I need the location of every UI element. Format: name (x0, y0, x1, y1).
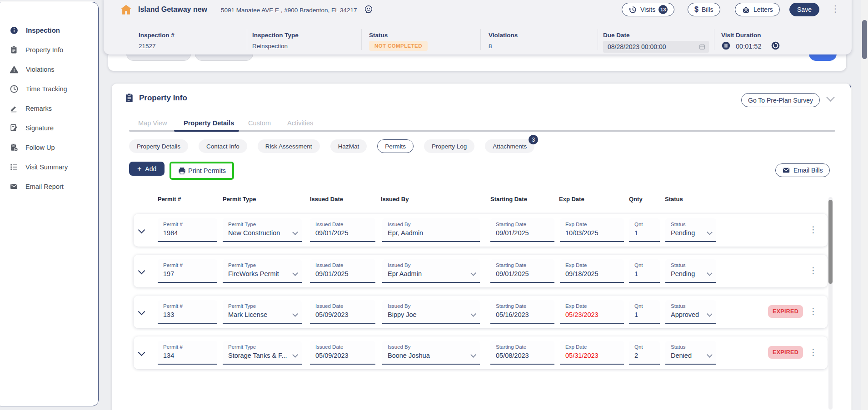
inspection-number-value: 21527 (139, 43, 156, 49)
field-permit[interactable]: Permit #134 (158, 341, 217, 365)
sidebar-item-violations[interactable]: Violations (0, 59, 98, 79)
pause-timer-button[interactable] (721, 41, 731, 52)
tab-activities[interactable]: Activities (287, 119, 313, 127)
waze-icon[interactable] (364, 5, 374, 15)
sidebar-item-inspection[interactable]: Inspection (0, 20, 98, 40)
field-qnt[interactable]: Qnt2 (629, 341, 660, 365)
collapse-card-button[interactable] (828, 94, 833, 102)
chip-permits[interactable]: Permits (377, 139, 414, 153)
sidebar-item-property-info[interactable]: Property Info (0, 40, 98, 59)
save-button[interactable]: Save (789, 3, 819, 16)
field-label: Permit Type (228, 303, 297, 309)
field-starting-date[interactable]: Starting Date09/01/2025 (490, 259, 554, 283)
field-value: 1 (634, 270, 655, 277)
permit-row: Permit #134Permit TypeStorage Tanks & F.… (134, 336, 828, 369)
field-value: Epr Aadmin (388, 270, 475, 277)
email-bills-button[interactable]: Email Bills (775, 163, 830, 177)
field-exp-date[interactable]: Exp Date05/31/2023 (560, 341, 624, 365)
column-header-issued-date: Issued Date (310, 196, 343, 203)
tab-property-details[interactable]: Property Details (184, 119, 234, 127)
row-menu-button[interactable]: ⋮ (809, 346, 818, 359)
letters-button[interactable]: Letters (735, 3, 780, 16)
field-exp-date[interactable]: Exp Date09/18/2025 (560, 259, 624, 283)
field-permit[interactable]: Permit #197 (158, 259, 217, 283)
field-starting-date[interactable]: Starting Date05/16/2023 (490, 300, 554, 324)
chip-hazmat[interactable]: HazMat (330, 139, 367, 153)
field-label: Issued By (388, 344, 475, 350)
tab-map-view[interactable]: Map View (138, 119, 167, 127)
tab-custom[interactable]: Custom (248, 119, 271, 127)
field-qnt[interactable]: Qnt1 (629, 259, 660, 283)
print-permits-label: Print Permits (188, 167, 226, 174)
field-value: Pending (671, 229, 712, 237)
print-permits-button[interactable]: Print Permits (171, 163, 232, 178)
field-status[interactable]: StatusApproved (665, 300, 716, 324)
expand-row-button[interactable] (139, 350, 144, 356)
field-status[interactable]: StatusPending (665, 218, 716, 242)
pause-icon (721, 41, 731, 50)
field-label: Status (671, 344, 712, 350)
field-permit-type[interactable]: Permit TypeMark License (223, 300, 302, 324)
due-date-input[interactable]: 08/28/2023 00:00:00 (603, 41, 709, 53)
sidebar-item-email-report[interactable]: Email Report (0, 177, 98, 196)
chip-attachments[interactable]: Attachments 3 (485, 139, 534, 153)
divider (480, 29, 481, 50)
row-menu-button[interactable]: ⋮ (809, 306, 818, 318)
field-starting-date[interactable]: Starting Date05/08/2023 (490, 341, 554, 365)
field-starting-date[interactable]: Starting Date09/01/2025 (490, 218, 554, 242)
field-issued-by[interactable]: Issued ByBoone Joshua (382, 341, 480, 365)
table-scrollbar-thumb[interactable] (828, 200, 833, 284)
visits-button[interactable]: Visits 13 (622, 3, 674, 16)
sidebar-item-follow-up[interactable]: Follow Up (0, 138, 98, 157)
page-scrollbar-thumb[interactable] (862, 20, 867, 59)
add-label: Add (145, 165, 156, 173)
field-status[interactable]: StatusPending (665, 259, 716, 283)
field-issued-by[interactable]: Issued ByEpr, Aadmin (382, 218, 480, 242)
bills-button[interactable]: $ Bills (688, 3, 720, 16)
expand-row-button[interactable] (139, 309, 144, 316)
go-to-preplan-survey-button[interactable]: Go To Pre-Plan Survey (741, 93, 820, 107)
sidebar-item-signature[interactable]: Signature (0, 118, 98, 138)
field-issued-date[interactable]: Issued Date05/09/2023 (310, 341, 375, 365)
divider (714, 29, 714, 50)
expand-row-button[interactable] (139, 227, 144, 234)
field-permit[interactable]: Permit #1984 (158, 218, 217, 242)
print-permits-highlight: Print Permits (170, 162, 234, 180)
permit-row: Permit #133Permit TypeMark LicenseIssued… (134, 296, 828, 328)
sidebar-nav: Inspection Property Info Violations Time… (0, 2, 98, 196)
field-permit[interactable]: Permit #133 (158, 300, 217, 324)
envelope-icon (10, 182, 18, 191)
field-qnt[interactable]: Qnt1 (629, 300, 660, 324)
chip-risk-assessment[interactable]: Risk Assessment (258, 139, 320, 153)
field-issued-date[interactable]: Issued Date05/09/2023 (310, 300, 375, 324)
field-permit-type[interactable]: Permit TypeNew Construction (223, 218, 302, 242)
add-permit-button[interactable]: + Add (129, 162, 165, 176)
chip-property-details[interactable]: Property Details (129, 139, 188, 153)
field-permit-type[interactable]: Permit TypeFireWorks Permit (223, 259, 302, 283)
sidebar-item-time-tracking[interactable]: Time Tracking (0, 79, 98, 99)
field-permit-type[interactable]: Permit TypeStorage Tanks & F... (223, 341, 302, 365)
sidebar-item-visit-summary[interactable]: Visit Summary (0, 157, 98, 177)
visits-count-badge: 13 (658, 5, 668, 14)
header-menu-button[interactable]: ⋮ (831, 4, 840, 13)
field-issued-by[interactable]: Issued ByBippy Joe (382, 300, 480, 324)
field-issued-date[interactable]: Issued Date09/01/2025 (310, 218, 375, 242)
field-status[interactable]: StatusDenied (665, 341, 716, 365)
expand-row-button[interactable] (139, 268, 144, 275)
field-issued-date[interactable]: Issued Date09/01/2025 (310, 259, 375, 283)
chip-contact-info[interactable]: Contact Info (199, 139, 247, 153)
field-exp-date[interactable]: Exp Date10/03/2025 (560, 218, 624, 242)
chip-property-log[interactable]: Property Log (424, 139, 474, 153)
column-header-exp-date: Exp Date (559, 196, 584, 203)
field-issued-by[interactable]: Issued ByEpr Aadmin (382, 259, 480, 283)
row-menu-button[interactable]: ⋮ (809, 265, 818, 277)
field-qnt[interactable]: Qnt1 (629, 218, 660, 242)
reset-timer-button[interactable] (771, 41, 780, 52)
row-menu-button[interactable]: ⋮ (809, 224, 818, 236)
field-label: Issued By (388, 303, 475, 309)
field-label: Permit Type (228, 222, 297, 227)
sidebar-item-remarks[interactable]: Remarks (0, 99, 98, 118)
field-exp-date[interactable]: Exp Date05/23/2023 (560, 300, 624, 324)
inspection-header: Island Getaway new 5091 Manatee AVE E , … (104, 0, 852, 54)
field-label: Exp Date (565, 262, 619, 268)
